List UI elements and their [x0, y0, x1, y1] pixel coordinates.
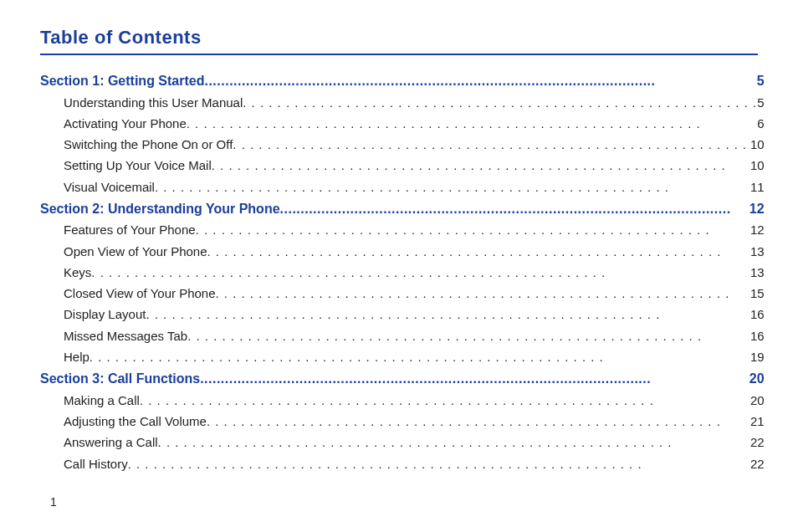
toc-entry-label: Switching the Phone On or Off — [64, 136, 233, 153]
toc-entry-label: Understanding this User Manual — [64, 95, 243, 111]
toc-sub-entry: Making a Call 20 — [40, 392, 765, 409]
toc-sub-entry: Display Layout 16 — [40, 306, 765, 323]
toc-section-entry[interactable]: Section 3: Call Functions 20 — [40, 370, 765, 388]
toc-leader-dots — [196, 222, 750, 238]
toc-entry-label: Open View of Your Phone — [64, 243, 207, 260]
toc-entry-page: 10 — [750, 136, 765, 153]
toc-columns: Section 1: Getting Started 5Understandin… — [40, 72, 758, 477]
toc-entry-page: 19 — [750, 349, 765, 366]
toc-entry-page: 5 — [757, 72, 765, 90]
toc-leader-dots — [146, 306, 749, 323]
toc-leader-dots — [140, 392, 750, 409]
toc-sub-entry: Help 19 — [40, 349, 765, 366]
toc-entry-page: 16 — [750, 306, 765, 323]
toc-leader-dots — [91, 264, 750, 281]
toc-leader-dots — [128, 456, 750, 473]
toc-entry-page: 13 — [750, 264, 765, 281]
toc-entry-page: 12 — [750, 222, 765, 238]
toc-entry-label: Help — [64, 349, 90, 366]
toc-entry-page: 16 — [750, 328, 765, 345]
toc-leader-dots — [158, 434, 750, 451]
toc-leader-dots — [204, 72, 756, 90]
toc-entry-page: 12 — [749, 200, 765, 218]
toc-entry-label: Adjusting the Call Volume — [64, 413, 207, 430]
toc-entry-page: 20 — [750, 392, 765, 409]
toc-entry-label: Section 2: Understanding Your Phone — [40, 200, 280, 218]
toc-leader-dots — [207, 413, 750, 430]
toc-entry-label: Visual Voicemail — [64, 179, 155, 196]
toc-leader-dots — [90, 349, 750, 366]
toc-sub-entry: Missed Messages Tab 16 — [40, 328, 765, 345]
toc-entry-page: 11 — [750, 179, 765, 196]
toc-leader-dots — [243, 95, 757, 111]
toc-entry-label: Call History — [64, 456, 128, 473]
toc-title: Table of Contents — [40, 27, 758, 55]
toc-section-entry[interactable]: Section 2: Understanding Your Phone 12 — [40, 200, 765, 218]
toc-entry-label: Setting Up Your Voice Mail — [64, 157, 212, 174]
toc-leader-dots — [187, 115, 757, 132]
toc-sub-entry: Visual Voicemail 11 — [40, 179, 765, 196]
toc-entry-label: Closed View of Your Phone — [64, 285, 216, 302]
toc-sub-entry: Features of Your Phone 12 — [40, 222, 765, 238]
toc-leader-dots — [212, 157, 750, 174]
toc-entry-page: 6 — [757, 115, 764, 132]
toc-sub-entry: Call History 22 — [40, 456, 765, 473]
toc-leader-dots — [187, 328, 750, 345]
toc-entry-label: Section 1: Getting Started — [40, 72, 204, 90]
toc-column-left: Section 1: Getting Started 5Understandin… — [40, 72, 765, 477]
toc-leader-dots — [280, 200, 749, 218]
toc-entry-page: 20 — [749, 370, 765, 388]
toc-entry-page: 15 — [750, 285, 765, 302]
toc-entry-label: Missed Messages Tab — [64, 328, 187, 345]
toc-sub-entry: Answering a Call 22 — [40, 434, 765, 451]
toc-entry-label: Display Layout — [64, 306, 146, 323]
toc-leader-dots — [216, 285, 750, 302]
toc-sub-entry: Keys 13 — [40, 264, 765, 281]
toc-sub-entry: Closed View of Your Phone 15 — [40, 285, 765, 302]
toc-entry-label: Activating Your Phone — [64, 115, 187, 132]
toc-entry-label: Making a Call — [64, 392, 140, 409]
toc-entry-page: 13 — [750, 243, 765, 260]
toc-entry-page: 22 — [750, 434, 765, 451]
toc-sub-entry: Adjusting the Call Volume 21 — [40, 413, 765, 430]
toc-entry-label: Features of Your Phone — [64, 222, 196, 238]
page-number: 1 — [50, 495, 57, 509]
toc-leader-dots — [200, 370, 749, 388]
toc-leader-dots — [155, 179, 750, 196]
toc-entry-label: Keys — [64, 264, 91, 281]
toc-sub-entry: Switching the Phone On or Off 10 — [40, 136, 765, 153]
toc-leader-dots — [233, 136, 750, 153]
toc-sub-entry: Setting Up Your Voice Mail 10 — [40, 157, 765, 174]
toc-sub-entry: Understanding this User Manual 5 — [40, 95, 765, 111]
toc-sub-entry: Open View of Your Phone 13 — [40, 243, 765, 260]
toc-entry-label: Answering a Call — [64, 434, 158, 451]
toc-entry-page: 22 — [750, 456, 765, 473]
toc-entry-page: 21 — [750, 413, 765, 430]
toc-leader-dots — [207, 243, 750, 260]
toc-sub-entry: Activating Your Phone 6 — [40, 115, 765, 132]
toc-entry-label: Section 3: Call Functions — [40, 370, 200, 388]
toc-entry-page: 10 — [750, 157, 765, 174]
toc-section-entry[interactable]: Section 1: Getting Started 5 — [40, 72, 765, 90]
toc-entry-page: 5 — [757, 95, 764, 111]
